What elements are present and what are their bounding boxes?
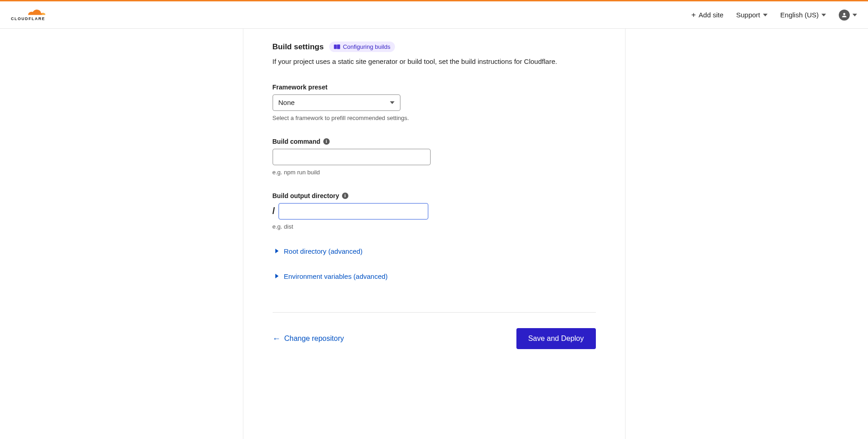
user-menu[interactable] <box>839 10 857 21</box>
cloudflare-logo-icon: CLOUDFLARE <box>11 8 61 22</box>
change-repository-link[interactable]: ← Change repository <box>273 334 344 343</box>
section-title: Build settings <box>273 42 324 52</box>
info-icon[interactable]: i <box>342 193 348 199</box>
env-vars-label: Environment variables (advanced) <box>284 272 388 280</box>
add-site-link[interactable]: + Add site <box>691 11 723 19</box>
back-label: Change repository <box>284 334 344 343</box>
book-icon <box>334 44 340 49</box>
cloudflare-logo[interactable]: CLOUDFLARE <box>11 8 61 22</box>
support-dropdown[interactable]: Support <box>736 11 768 19</box>
language-dropdown[interactable]: English (US) <box>780 11 826 19</box>
output-dir-prefix: / <box>273 206 275 216</box>
add-site-label: Add site <box>699 11 723 19</box>
svg-rect-1 <box>334 45 337 49</box>
root-directory-expander[interactable]: Root directory (advanced) <box>273 247 596 255</box>
support-label: Support <box>736 11 760 19</box>
caret-down-icon <box>390 101 395 104</box>
build-command-input[interactable] <box>273 149 431 165</box>
caret-down-icon <box>852 14 857 16</box>
arrow-left-icon: ← <box>273 334 281 343</box>
caret-down-icon <box>821 14 826 16</box>
build-command-label: Build command <box>273 138 321 145</box>
user-icon <box>839 10 850 21</box>
divider <box>273 312 596 313</box>
chevron-right-icon <box>275 249 279 253</box>
global-header: CLOUDFLARE + Add site Support English (U… <box>0 1 868 29</box>
output-dir-label: Build output directory <box>273 192 339 199</box>
svg-text:CLOUDFLARE: CLOUDFLARE <box>11 16 45 21</box>
plus-icon: + <box>691 11 696 19</box>
build-settings-panel: Build settings Configuring builds If you… <box>243 29 626 439</box>
caret-down-icon <box>763 14 768 16</box>
env-vars-expander[interactable]: Environment variables (advanced) <box>273 272 596 280</box>
badge-label: Configuring builds <box>343 43 390 50</box>
framework-value: None <box>279 99 295 106</box>
output-dir-helper: e.g. dist <box>273 223 596 230</box>
language-label: English (US) <box>780 11 819 19</box>
output-dir-input[interactable] <box>279 203 428 220</box>
configuring-builds-badge[interactable]: Configuring builds <box>329 42 395 52</box>
framework-preset-select[interactable]: None <box>273 94 400 111</box>
root-dir-label: Root directory (advanced) <box>284 247 363 255</box>
chevron-right-icon <box>275 274 279 278</box>
framework-helper: Select a framework to prefill recommende… <box>273 115 596 121</box>
info-icon[interactable]: i <box>323 138 330 145</box>
save-and-deploy-button[interactable]: Save and Deploy <box>516 328 596 349</box>
section-description: If your project uses a static site gener… <box>273 57 596 67</box>
build-command-helper: e.g. npm run build <box>273 169 596 176</box>
framework-label: Framework preset <box>273 84 596 91</box>
